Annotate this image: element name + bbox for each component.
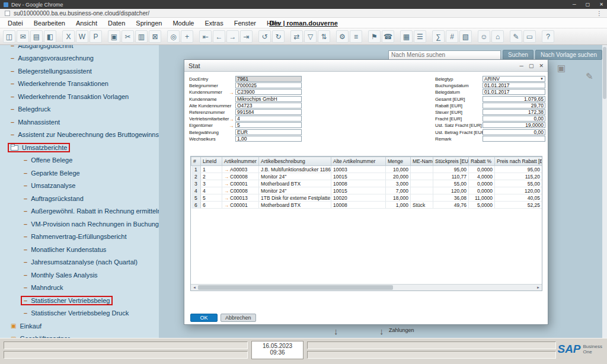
sort-icon[interactable]: ⇅ (318, 30, 330, 43)
preis-nach-rabatt-cell[interactable]: 95,00 (495, 166, 542, 173)
sidebar-item[interactable]: – ▣ Belegerstellungsassistent (0, 65, 159, 78)
lineid-cell[interactable]: 1 (201, 166, 222, 173)
scrollbar-thumb[interactable] (198, 285, 393, 290)
sidebar-item[interactable]: – ▣ Umsatzanalyse (0, 180, 159, 193)
export-excel-icon[interactable]: X (62, 30, 75, 43)
sidebar-item[interactable]: – ▣ Wiederkehrende Transaktionen (0, 78, 159, 91)
ok-button[interactable]: OK (190, 314, 218, 322)
sidebar-item[interactable]: – ▣ Statistischer Vertriebsbeleg (0, 294, 159, 307)
link-arrow-icon[interactable]: → (224, 196, 229, 201)
messages-icon[interactable]: ☎ (382, 30, 394, 43)
artikelbeschreibung-cell[interactable]: Motherboard BTX (259, 202, 331, 209)
field-input[interactable] (235, 116, 302, 122)
rabatt-cell[interactable]: 4,0000 (469, 173, 495, 180)
me-name-cell[interactable] (411, 180, 433, 187)
email-icon[interactable]: ✉ (17, 30, 29, 43)
link-arrow-icon[interactable]: → (229, 123, 234, 129)
me-name-cell[interactable] (411, 194, 433, 202)
me-name-cell[interactable]: Stück (411, 202, 433, 209)
menu-bearbeiten[interactable]: Bearbeiten (28, 20, 71, 27)
alte-artikelnummer-cell[interactable]: 10015 (331, 187, 386, 194)
sidebar-item[interactable]: – ▣ Belegdruck (0, 103, 159, 116)
alte-artikelnummer-cell[interactable]: 10008 (331, 202, 386, 209)
scrollbar-thumb[interactable] (603, 47, 606, 99)
search-by-template-button[interactable]: Nach Vorlage suchen (535, 50, 602, 60)
lineid-cell[interactable]: 4 (201, 187, 222, 194)
col-header[interactable]: Artikelbeschreibung (259, 157, 331, 166)
sidebar-item[interactable]: – ▣ Einkauf (0, 320, 159, 333)
cancel-button[interactable]: Abbrechen (221, 314, 256, 322)
field-input[interactable] (235, 103, 302, 108)
stueckpreis-cell[interactable]: 95,00 (433, 166, 469, 173)
menu-ansicht[interactable]: Ansicht (71, 20, 103, 27)
last-record-icon[interactable]: ⇥ (240, 30, 253, 43)
field-input[interactable] (235, 89, 302, 95)
documents-icon[interactable]: ☰ (414, 30, 426, 43)
alte-artikelnummer-cell[interactable]: 10020 (331, 194, 386, 202)
menu-daten[interactable]: Daten (103, 20, 130, 27)
sidebar-item[interactable]: – ▣ Auftragsrückstand (0, 192, 159, 205)
table-row[interactable]: 6 6 →C00001 Motherboard BTX 10008 1,000 … (191, 202, 542, 209)
url-text[interactable]: su010000000.ba.eu.business-one.cloud/dis… (14, 10, 149, 17)
table-row[interactable]: 1 1 →A00003 J.B. Multifunktionsdrucker 1… (191, 166, 542, 173)
artikelnummer-cell[interactable]: →C00008 (222, 187, 259, 194)
artikelbeschreibung-cell[interactable]: J.B. Multifunktionsdrucker 1186 (259, 166, 331, 173)
rabatt-cell[interactable]: 0,0000 (469, 187, 495, 194)
sidebar-item[interactable]: – ▣ Rahmenvertrag-Erfüllungsbericht (0, 231, 159, 244)
field-input[interactable] (483, 89, 545, 95)
dropdown-arrow-icon[interactable]: ▼ (540, 77, 544, 81)
print-icon[interactable]: ▤ (30, 30, 43, 43)
field-input[interactable] (235, 129, 302, 135)
table-row[interactable]: 3 3 →C00001 Motherboard BTX 10008 3,000 (191, 180, 542, 187)
table-row[interactable]: 4 4 →C00008 Monitor 24" 10015 7,000 (191, 187, 542, 194)
layout-designer-icon[interactable]: ✎ (510, 30, 522, 43)
menu-extras[interactable]: Extras (199, 20, 228, 27)
link-arrow-icon[interactable]: → (224, 181, 229, 187)
sidebar-item[interactable]: – ▣ Jahresumsatzanalyse (nach Quartal) (0, 256, 159, 269)
grid-icon[interactable]: ▭ (523, 30, 536, 43)
browser-menu-icon[interactable]: ⋮ (596, 10, 602, 17)
artikelbeschreibung-cell[interactable]: 1TB Disk für externe Festplatte (259, 194, 331, 202)
row-number-cell[interactable]: 2 (191, 173, 201, 180)
col-header[interactable]: ME-Name (411, 157, 433, 166)
window-minimize-icon[interactable]: ─ (573, 2, 576, 7)
forward-icon[interactable]: ↻ (272, 30, 285, 43)
preis-nach-rabatt-cell[interactable]: 115,20 (495, 173, 542, 180)
row-number-cell[interactable]: 6 (191, 202, 201, 209)
dialog-maximize-icon[interactable]: ▢ (529, 63, 534, 69)
col-header[interactable]: Stückpreis [EUR] (433, 157, 469, 166)
preis-nach-rabatt-cell[interactable]: 52,25 (495, 202, 542, 209)
field-input[interactable] (235, 82, 302, 88)
field-input[interactable] (483, 122, 545, 128)
reports-icon[interactable]: ▧ (459, 30, 472, 43)
preis-nach-rabatt-cell[interactable]: 40,05 (495, 194, 542, 202)
row-number-cell[interactable]: 4 (191, 187, 201, 194)
field-input[interactable] (483, 82, 545, 88)
add-record-icon[interactable]: + (181, 30, 193, 43)
sidebar-item[interactable]: – ▣ Statistischer Vertriebsbeleg Druck (0, 307, 159, 320)
field-input[interactable] (235, 136, 302, 142)
stueckpreis-cell[interactable]: 110,77 (433, 173, 469, 180)
artikelbeschreibung-cell[interactable]: Motherboard BTX (259, 180, 331, 187)
link-arrow-icon[interactable]: → (224, 167, 229, 173)
preis-nach-rabatt-cell[interactable]: 120,00 (495, 187, 542, 194)
artikelbeschreibung-cell[interactable]: Monitor 24" (259, 173, 331, 180)
user-icon[interactable]: ☺ (478, 30, 490, 43)
row-number-cell[interactable]: 5 (191, 194, 201, 202)
field-input[interactable] (235, 96, 302, 102)
lineid-cell[interactable]: 5 (201, 194, 222, 202)
site-info-icon[interactable] (5, 11, 10, 16)
window-close-icon[interactable]: ✕ (599, 2, 603, 7)
artikelnummer-cell[interactable]: →C00008 (222, 173, 259, 180)
alte-artikelnummer-cell[interactable]: 10003 (331, 166, 386, 173)
sidebar-item[interactable]: – ▣ Mahnassistent (0, 116, 159, 129)
sidebar-item[interactable]: – ▣ Ausgangsvorausrechnung (0, 52, 159, 65)
find-icon[interactable]: ◎ (167, 30, 180, 43)
artikelbeschreibung-cell[interactable]: Monitor 24" (259, 187, 331, 194)
horizontal-scrollbar[interactable]: ◄ ► (191, 284, 542, 290)
lineid-cell[interactable]: 3 (201, 180, 222, 187)
rabatt-cell[interactable]: 5,0000 (469, 202, 495, 209)
sidebar-item[interactable]: – ▣ Ausgangsgutschrift (0, 45, 159, 52)
alerts-icon[interactable]: ⚑ (368, 30, 381, 43)
browser-urlbar[interactable]: su010000000.ba.eu.business-one.cloud/dis… (0, 9, 607, 18)
